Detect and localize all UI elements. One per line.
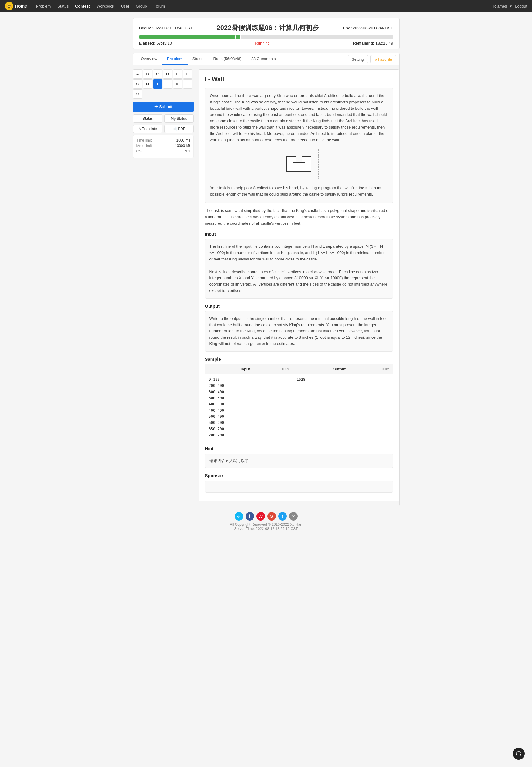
- navbar: 😊 Home Problem Status Contest Workbook U…: [0, 0, 532, 12]
- copy-output-button[interactable]: copy: [382, 367, 389, 370]
- sample-section-title: Sample: [205, 357, 393, 362]
- footer: ✈ f W G t ✉ All Copyright Reserved © 201…: [133, 506, 400, 534]
- problem-image: [210, 147, 388, 181]
- submit-button[interactable]: ✚ Submit: [133, 102, 194, 112]
- elapsed-info: Elapsed: 57:43:10: [139, 41, 172, 45]
- mem-limit-label: Mem limit: [136, 144, 152, 148]
- tab-comments[interactable]: 23 Comments: [246, 53, 281, 65]
- letter-e[interactable]: E: [173, 69, 182, 79]
- nav-user[interactable]: User: [118, 3, 132, 10]
- svg-rect-2: [293, 162, 305, 172]
- problem-desc-p1: Once upon a time there was a greedy King…: [210, 93, 388, 143]
- progress-bar-wrap: [139, 35, 393, 39]
- letter-k[interactable]: K: [173, 79, 182, 89]
- end-label: End:: [343, 26, 352, 30]
- sponsor-box: [205, 481, 393, 493]
- hint-section-title: Hint: [205, 446, 393, 451]
- letter-m[interactable]: M: [133, 89, 142, 99]
- time-limit-value: 1000 ms: [176, 138, 190, 142]
- google-icon[interactable]: G: [267, 512, 276, 521]
- os-row: OS Linux: [136, 149, 190, 153]
- tab-rank[interactable]: Rank (56:08:48): [209, 53, 246, 65]
- twitter-icon[interactable]: t: [278, 512, 287, 521]
- letter-c[interactable]: C: [153, 69, 162, 79]
- problem-title: I - Wall: [205, 76, 393, 83]
- letter-grid: A B C D E F G H I J K L M: [133, 69, 194, 99]
- hint-box: 结果四舍五入就可以了: [205, 454, 393, 468]
- letter-i[interactable]: I: [153, 79, 162, 89]
- letter-h[interactable]: H: [143, 79, 152, 89]
- problem-content: I - Wall Once upon a time there was a gr…: [199, 69, 399, 501]
- end-time: 2022-08-20 08:46 CST: [353, 26, 393, 30]
- logo-icon: 😊: [5, 2, 13, 10]
- letter-j[interactable]: J: [163, 79, 172, 89]
- nav-logout[interactable]: Logout: [515, 4, 527, 8]
- sidebar: A B C D E F G H I J K L M ✚ Submit Statu…: [133, 69, 194, 501]
- sample-table: Input copy Output copy 9 100: [205, 364, 393, 441]
- logo[interactable]: 😊 Home: [5, 2, 27, 10]
- sample-input-text: 9 100 200 400 300 400 300 300 400 300 40…: [209, 377, 289, 438]
- nav-links: Problem Status Contest Workbook User Gro…: [33, 3, 493, 10]
- favorite-button[interactable]: ★Favorite: [370, 55, 396, 63]
- nav-problem[interactable]: Problem: [33, 3, 54, 10]
- problem-description: Once upon a time there was a greedy King…: [205, 88, 393, 203]
- nav-contest[interactable]: Contest: [72, 3, 93, 10]
- nav-user-name[interactable]: ljcjames: [493, 4, 507, 8]
- copyright-text: All Copyright Reserved © 2010-2022 Xu Ha…: [133, 522, 400, 527]
- problem-info: Time limit 1000 ms Mem limit 10000 kB OS…: [133, 135, 194, 158]
- letter-d[interactable]: D: [163, 69, 172, 79]
- contest-title-row: Begin: 2022-08-10 08:46 CST 2022暑假训练题06：…: [139, 23, 393, 32]
- letter-g[interactable]: G: [133, 79, 142, 89]
- hint-text: 结果四舍五入就可以了: [209, 458, 249, 463]
- elapsed-label: Elapsed:: [139, 41, 156, 45]
- castle-diagram: [278, 147, 320, 181]
- elapsed-time: 57:43:10: [156, 41, 172, 45]
- my-status-button[interactable]: My Status: [164, 114, 194, 123]
- contest-title: 2022暑假训练题06：计算几何初步: [217, 23, 319, 32]
- output-text: Write to the output file the single numb…: [209, 316, 388, 347]
- translate-button[interactable]: ✎ Translate: [133, 125, 162, 133]
- weibo-icon[interactable]: W: [256, 512, 265, 521]
- contest-end: End: 2022-08-20 08:46 CST: [343, 26, 393, 30]
- sample-input-cell: 9 100 200 400 300 400 300 300 400 300 40…: [205, 374, 293, 441]
- tab-problem[interactable]: Problem: [162, 53, 188, 65]
- mem-limit-row: Mem limit 10000 kB: [136, 144, 190, 148]
- nav-workbook[interactable]: Workbook: [94, 3, 117, 10]
- main-wrapper: Begin: 2022-08-10 08:46 CST 2022暑假训练题06：…: [130, 12, 403, 546]
- facebook-icon[interactable]: f: [246, 512, 254, 521]
- server-time-text: Server Time: 2022-08-12 18:29:10 CST: [133, 527, 400, 531]
- problem-desc-p3: The task is somewhat simplified by the f…: [205, 208, 393, 226]
- nav-status[interactable]: Status: [54, 3, 72, 10]
- pdf-button[interactable]: 📄 PDF: [164, 125, 194, 133]
- nav-dropdown-icon: ▾: [510, 4, 512, 8]
- qq-icon[interactable]: ✈: [235, 512, 243, 521]
- mem-limit-value: 10000 kB: [175, 144, 190, 148]
- tabs-row: Overview Problem Status Rank (56:08:48) …: [133, 53, 399, 65]
- tab-status[interactable]: Status: [188, 53, 209, 65]
- os-label: OS: [136, 149, 142, 153]
- time-limit-row: Time limit 1000 ms: [136, 138, 190, 142]
- mail-icon[interactable]: ✉: [289, 512, 298, 521]
- input-text2: Next N lines describe coordinates of cas…: [209, 269, 388, 294]
- contest-begin: Begin: 2022-08-10 08:46 CST: [139, 26, 192, 30]
- letter-a[interactable]: A: [133, 69, 142, 79]
- footer-icons: ✈ f W G t ✉: [133, 512, 400, 521]
- letter-b[interactable]: B: [143, 69, 152, 79]
- begin-label: Begin:: [139, 26, 151, 30]
- letter-l[interactable]: L: [183, 79, 192, 89]
- nav-group[interactable]: Group: [133, 3, 150, 10]
- tabs-wrapper: Overview Problem Status Rank (56:08:48) …: [133, 53, 400, 506]
- sponsor-section-title: Sponsor: [205, 473, 393, 478]
- letter-f[interactable]: F: [183, 69, 192, 79]
- status-button[interactable]: Status: [133, 114, 162, 123]
- remaining-label: Remaining:: [353, 41, 374, 45]
- tab-overview[interactable]: Overview: [136, 53, 162, 65]
- copy-input-button[interactable]: copy: [282, 367, 289, 370]
- input-section-box: The first line of the input file contain…: [205, 239, 393, 298]
- output-section-box: Write to the output file the single numb…: [205, 311, 393, 352]
- nav-forum[interactable]: Forum: [150, 3, 168, 10]
- remaining-time: 182:16:49: [376, 41, 393, 45]
- running-status: Running: [255, 41, 269, 45]
- setting-button[interactable]: Setting: [348, 55, 368, 63]
- nav-right: ljcjames ▾ Logout: [493, 4, 527, 8]
